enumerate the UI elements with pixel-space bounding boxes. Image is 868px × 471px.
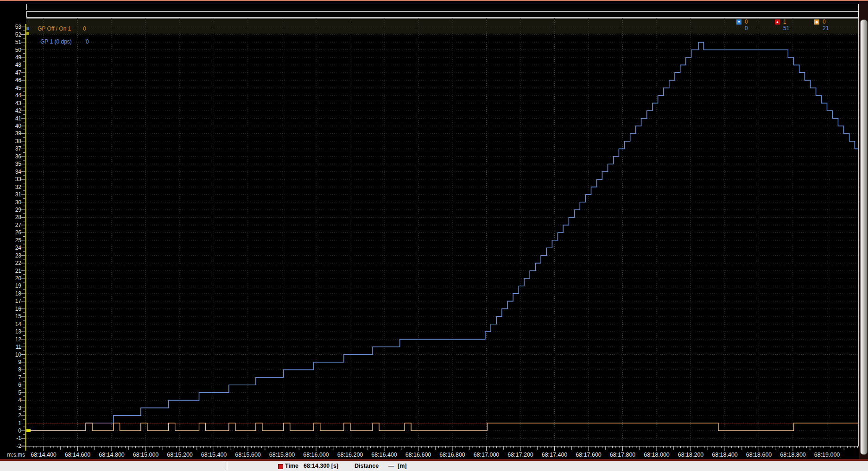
avg-icon: ◆ [814, 19, 819, 25]
y-tick-label: 22 [7, 260, 21, 266]
stat-min-ch2: 0 [736, 25, 773, 31]
legend-label: GP 1 (0 dps) [38, 38, 83, 45]
vertical-scrollbar-thumb[interactable] [860, 19, 868, 455]
legend: GP Off / On 10 GP 1 (0 dps)0 [28, 19, 139, 32]
y-tick-label: 8 [7, 366, 21, 373]
status-distance-unit: [m] [398, 463, 406, 469]
y-tick-label: 2 [7, 412, 21, 419]
y-tick-label: 24 [7, 245, 21, 251]
y-tick-label: 30 [7, 199, 21, 206]
status-bar-separator [226, 462, 228, 470]
min-icon: ▼ [736, 19, 741, 25]
y-tick-label: 46 [7, 77, 21, 83]
y-tick-label: 13 [7, 328, 21, 335]
max-icon: ▲ [775, 19, 780, 25]
stat-avg-ch1: 0 [823, 19, 826, 25]
status-time-label: Time [285, 463, 298, 469]
stat-avg-ch2: 21 [814, 25, 851, 31]
y-tick-label: 35 [7, 161, 21, 167]
y-tick-label: 21 [7, 268, 21, 274]
y-tick-label: 25 [7, 237, 21, 244]
y-tick-label: 49 [7, 54, 21, 61]
status-bar: Time 68:14.300 [s] Distance — [m] [0, 461, 868, 471]
y-tick-label: 15 [7, 313, 21, 320]
x-tick-label: 68:19.000 [806, 452, 848, 458]
status-distance-value: — [388, 463, 394, 469]
y-tick-label: 47 [7, 69, 21, 76]
trace-viewer-window: GP Off / On 10 GP 1 (0 dps)0 ▼ 0 0 ▲ 1 5… [0, 0, 868, 471]
stat-min-ch1: 0 [745, 19, 748, 25]
y-tick-label: 36 [7, 153, 21, 160]
y-tick-label: -1 [7, 435, 21, 441]
x-axis-unit-label: m:s.ms [2, 452, 25, 458]
y-tick-label: -2 [7, 443, 21, 449]
y-tick-label: 34 [7, 169, 21, 175]
channel-lane-1 [26, 4, 859, 10]
legend-row-gp-off-on[interactable]: GP Off / On 10 [28, 19, 139, 25]
y-tick-label: 18 [7, 290, 21, 297]
stat-max-ch1: 1 [783, 19, 786, 25]
stat-max-ch2: 51 [775, 25, 812, 31]
y-tick-label: 39 [7, 130, 21, 137]
y-tick-label: 41 [7, 115, 21, 122]
y-tick-label: 26 [7, 229, 21, 236]
y-tick-label: 27 [7, 222, 21, 228]
y-tick-label: 14 [7, 321, 21, 327]
y-tick-label: 43 [7, 100, 21, 107]
legend-value: 0 [86, 38, 89, 45]
time-cursor-value-marker [26, 429, 31, 432]
channel-lane-2 [26, 11, 859, 18]
y-tick-label: 29 [7, 207, 21, 213]
y-tick-label: 4 [7, 397, 21, 403]
y-tick-label: 52 [7, 31, 21, 38]
y-tick-label: 40 [7, 123, 21, 129]
y-tick-label: 17 [7, 298, 21, 304]
y-tick-label: 11 [7, 344, 21, 350]
y-tick-label: 37 [7, 145, 21, 152]
y-tick-label: 20 [7, 275, 21, 282]
y-tick-label: 0 [7, 427, 21, 434]
y-tick-label: 45 [7, 85, 21, 91]
y-tick-label: 33 [7, 176, 21, 182]
stat-column-min: ▼ 0 0 [736, 19, 773, 32]
y-tick-label: 31 [7, 191, 21, 198]
y-tick-label: 12 [7, 336, 21, 343]
y-tick-label: 6 [7, 382, 21, 388]
y-tick-label: 23 [7, 252, 21, 259]
y-tick-label: 7 [7, 374, 21, 381]
gp-off-on-trace [26, 423, 859, 431]
chart-canvas [0, 0, 868, 471]
y-tick-label: 1 [7, 420, 21, 427]
y-tick-label: 32 [7, 184, 21, 190]
y-tick-label: 48 [7, 62, 21, 68]
status-distance-label: Distance [355, 463, 379, 469]
stat-column-max: ▲ 1 51 [775, 19, 812, 32]
y-tick-label: 16 [7, 306, 21, 312]
y-tick-label: 42 [7, 107, 21, 114]
selected-channel-marker-icon [26, 27, 29, 30]
gp1-trace [26, 42, 859, 431]
y-tick-label: 44 [7, 92, 21, 99]
status-time-value: 68:14.300 [s] [304, 463, 338, 469]
stat-column-avg: ◆ 0 21 [814, 19, 851, 32]
y-tick-label: 3 [7, 405, 21, 411]
y-tick-label: 50 [7, 47, 21, 53]
y-tick-label: 5 [7, 389, 21, 396]
y-tick-label: 38 [7, 138, 21, 144]
legend-band [26, 19, 859, 34]
y-tick-label: 28 [7, 214, 21, 220]
y-tick-label: 53 [7, 24, 21, 30]
legend-row-gp1[interactable]: GP 1 (0 dps)0 [28, 25, 139, 32]
time-cursor-icon [278, 464, 283, 469]
vertical-scrollbar-track[interactable] [859, 1, 868, 459]
y-tick-label: 19 [7, 283, 21, 289]
y-tick-label: 51 [7, 39, 21, 45]
y-tick-label: 10 [7, 352, 21, 358]
y-tick-label: 9 [7, 359, 21, 365]
